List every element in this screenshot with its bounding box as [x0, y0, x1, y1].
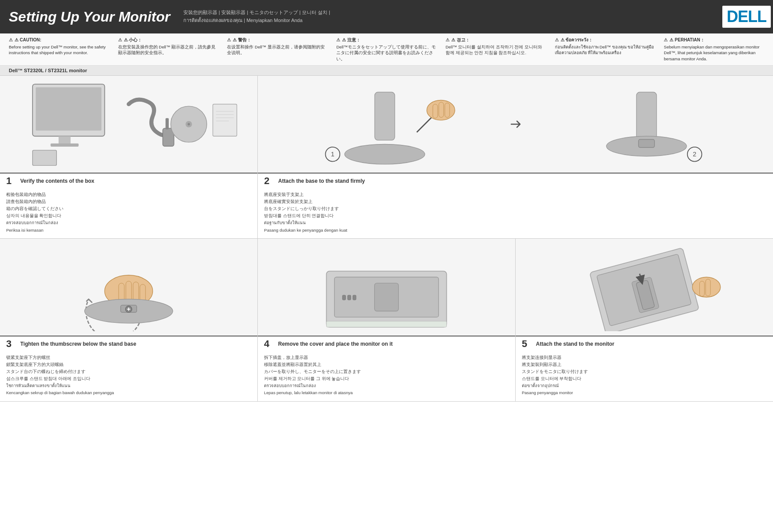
warning-icon: ⚠ [9, 37, 13, 43]
steps-row-1: 1 Verify the contents of the box 检验包装箱内的… [0, 76, 773, 239]
step-2-image: 1 [258, 76, 773, 173]
svg-rect-26 [639, 139, 654, 147]
warning-icon-th: ⚠ [555, 37, 559, 43]
step-2-part-1: 1 [262, 80, 506, 168]
page-header: Setting Up Your Monitor 安裝您的顯示器 | 安裝顯示器 … [0, 0, 773, 33]
svg-rect-1 [36, 87, 101, 130]
svg-rect-43 [348, 295, 351, 300]
step-1-illustration [14, 80, 243, 168]
svg-rect-42 [342, 295, 346, 300]
step-4-illustration [298, 243, 475, 331]
header-subtitle: 安裝您的顯示器 | 安裝顯示器 | モニタのセットアップ | 모니터 설치 | … [183, 9, 729, 24]
step-2-part-2: 2 [524, 80, 769, 168]
svg-point-17 [345, 144, 425, 164]
step-3-illustration [41, 243, 217, 331]
caution-id: ⚠ ⚠ PERHATIAN： Sebelum menyiapkan dan me… [664, 37, 764, 62]
step-5-label: 5 Attach the stand to the monitor [516, 336, 773, 351]
step-1-label: 1 Verify the contents of the box [0, 173, 257, 188]
caution-bar: ⚠ ⚠ CAUTION: Before setting up your Dell… [0, 33, 773, 66]
svg-rect-16 [375, 92, 394, 140]
svg-rect-4 [33, 150, 57, 166]
step-4-cell: 4 Remove the cover and place the monitor… [258, 239, 516, 401]
step-5-image [516, 239, 773, 336]
step-3-label: 3 Tighten the thumbscrew below the stand… [0, 336, 257, 351]
warning-icon-id: ⚠ [664, 37, 668, 43]
svg-rect-51 [699, 281, 704, 296]
dell-logo: DELL [729, 6, 764, 28]
step-3-image [0, 239, 257, 336]
step-2-cell: 1 [258, 76, 773, 238]
svg-rect-41 [375, 283, 399, 311]
svg-point-10 [188, 123, 190, 125]
warning-icon-zh: ⚠ [118, 37, 122, 43]
step-4-desc: 拆下插盖，放上显示器 移除遮蓋並將顯示器置於其上 カバーを取り外し、モニターをそ… [258, 351, 515, 401]
caution-zh: ⚠ ⚠ 小心： 在您安裝及操作您的 Dell™ 顯示器之前，請先參見顯示器隨附的… [118, 37, 219, 62]
svg-text:1: 1 [331, 151, 334, 158]
step-2a-illustration: 1 [301, 80, 468, 168]
step-1-cell: 1 Verify the contents of the box 检验包装箱内的… [0, 76, 258, 238]
svg-rect-11 [213, 104, 237, 136]
svg-rect-52 [706, 279, 710, 296]
steps-row-2: 3 Tighten the thumbscrew below the stand… [0, 239, 773, 402]
step-4-label: 4 Remove the cover and place the monitor… [258, 336, 515, 351]
step-2-label: 2 Attach the base to the stand firmly [258, 173, 773, 188]
warning-icon-zhs: ⚠ [227, 37, 231, 43]
svg-rect-3 [51, 144, 79, 147]
step-2-arrow [509, 118, 522, 131]
caution-ko: ⚠ ⚠ 경고： Dell™ 모니터를 설치하여 조작하기 전에 모니터와 함께 … [446, 37, 546, 62]
svg-rect-19 [433, 104, 438, 118]
step-2-desc: 將底座安裝于支架上 將底座確實安裝於支架上 台をスタンドにしっかり取り付けます … [258, 188, 773, 238]
step-5-cell: 5 Attach the stand to the monitor 將支架连接到… [516, 239, 773, 401]
step-1-desc: 检验包装箱内的物品 請查包裝箱內的物品 箱の内容を確認してください 상자의 내용… [0, 188, 257, 238]
svg-rect-2 [59, 136, 71, 144]
caution-th: ⚠ ⚠ ข้อควรระวัง： ก่อนติดตั้งและใช้จอภาพ … [555, 37, 655, 62]
svg-rect-21 [445, 103, 450, 118]
step-3-cell: 3 Tighten the thumbscrew below the stand… [0, 239, 258, 401]
step-5-desc: 將支架连接到显示器 將支架裝到顯示器上 スタンドをモニタに取り付けます 스탠드를… [516, 351, 773, 401]
model-bar: Dell™ ST2320L / ST2321L monitor [0, 66, 773, 76]
step-3-desc: 锁紧支架座下方的螺丝 鎖緊支架底座下方的大頭螺絲 スタンド台の下の蝶ねじを締め付… [0, 351, 257, 401]
svg-rect-45 [327, 321, 447, 327]
svg-rect-6 [166, 118, 169, 129]
step-5-illustration [556, 243, 732, 331]
step-2b-illustration: 2 [563, 80, 730, 168]
warning-icon-ja: ⚠ [336, 37, 340, 43]
caution-zhs: ⚠ ⚠ 警告： 在设置和操作 Dell™ 显示器之前，请参阅随附的安全说明。 [227, 37, 327, 62]
caution-ja: ⚠ ⚠ 注意： Dell™モニタをセットアップして使用する前に、モニタに付属の安… [336, 37, 437, 62]
svg-text:2: 2 [693, 151, 696, 158]
caution-en: ⚠ ⚠ CAUTION: Before setting up your Dell… [9, 37, 109, 62]
page-title: Setting Up Your Monitor [9, 9, 170, 25]
svg-rect-24 [636, 92, 656, 140]
svg-rect-20 [439, 102, 443, 118]
svg-rect-44 [353, 295, 356, 300]
step-1-image [0, 76, 257, 173]
warning-icon-ko: ⚠ [446, 37, 450, 43]
steps-container: 1 Verify the contents of the box 检验包装箱内的… [0, 76, 773, 402]
step-4-image [258, 239, 515, 336]
